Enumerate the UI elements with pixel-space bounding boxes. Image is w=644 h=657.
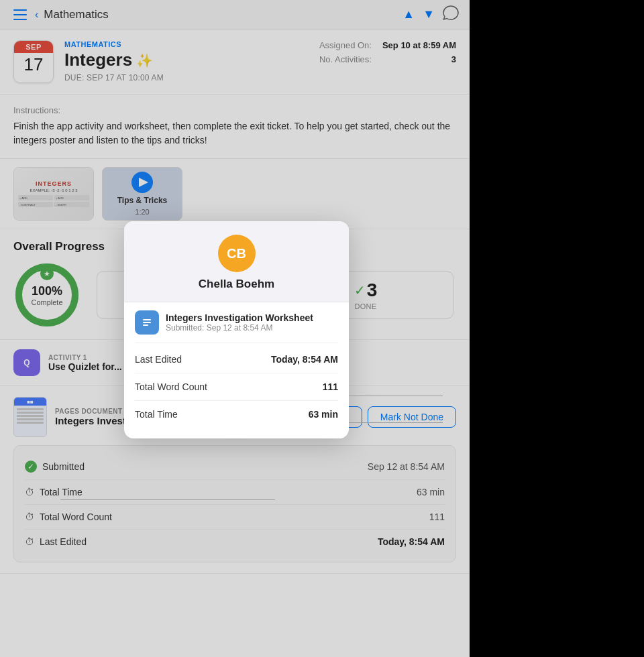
- pointer-line-3: [60, 499, 275, 500]
- popup-name: Chella Boehm: [135, 278, 338, 291]
- popup-total-time-label: Total Time: [135, 409, 178, 420]
- popup-word-count-value: 111: [323, 381, 338, 392]
- popup-total-time-row: Total Time 63 min: [135, 401, 338, 428]
- popup-avatar: CB: [218, 235, 256, 272]
- popup-body: Integers Investigation Worksheet Submitt…: [124, 302, 349, 428]
- popup-doc-row: Integers Investigation Worksheet Submitt…: [135, 310, 338, 343]
- popup-doc-info: Integers Investigation Worksheet Submitt…: [166, 312, 313, 333]
- popup-card: CB Chella Boehm Integers Investigation W…: [124, 221, 349, 438]
- popup-word-count-row: Total Word Count 111: [135, 373, 338, 401]
- popup-header: CB Chella Boehm: [124, 221, 349, 302]
- popup-last-edited-value: Today, 8:54 AM: [271, 354, 338, 365]
- svg-rect-8: [143, 319, 151, 320]
- popup-doc-name: Integers Investigation Worksheet: [166, 312, 313, 323]
- svg-rect-9: [143, 322, 151, 323]
- popup-doc-icon: [135, 310, 159, 335]
- popup-word-count-label: Total Word Count: [135, 381, 207, 392]
- popup-doc-sub: Submitted: Sep 12 at 8:54 AM: [166, 323, 313, 333]
- pointer-line-1: [349, 396, 443, 396]
- pointer-line-2: [349, 422, 443, 423]
- right-panel: [470, 0, 644, 657]
- svg-rect-10: [143, 324, 148, 326]
- popup-total-time-value: 63 min: [309, 409, 338, 420]
- popup-last-edited-label: Last Edited: [135, 354, 182, 365]
- popup-overlay: CB Chella Boehm Integers Investigation W…: [0, 0, 470, 657]
- popup-last-edited-row: Last Edited Today, 8:54 AM: [135, 346, 338, 373]
